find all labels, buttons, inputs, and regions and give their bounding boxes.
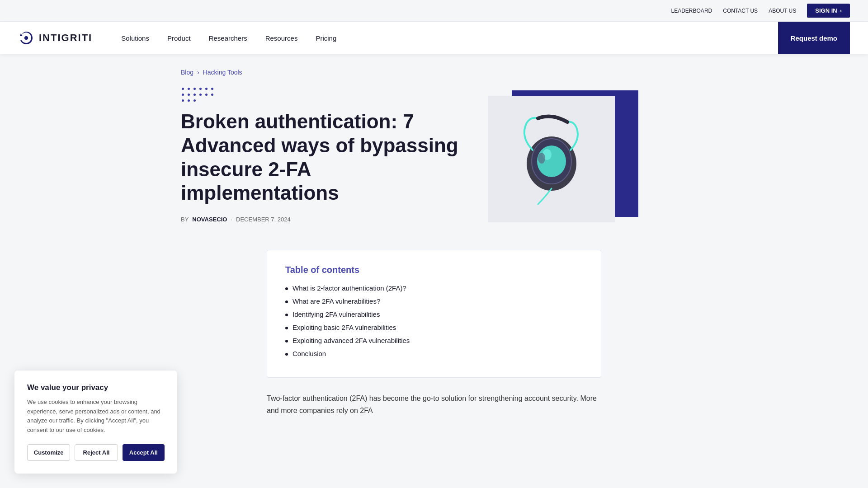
hero-section: Broken authentication: 7 Advanced ways o…	[181, 87, 687, 223]
hero-image-area	[488, 96, 633, 222]
toc-title: Table of contents	[285, 265, 583, 275]
toc-list-item: What are 2FA vulnerabilities?	[285, 297, 583, 305]
toc-link[interactable]: Identifying 2FA vulnerabilities	[292, 310, 380, 318]
toc-list-item: Identifying 2FA vulnerabilities	[285, 310, 583, 318]
meta-separator: ·	[231, 216, 232, 223]
svg-point-5	[538, 153, 545, 164]
toc-link[interactable]: Exploiting advanced 2FA vulnerabilities	[292, 337, 410, 344]
publish-date: DECEMBER 7, 2024	[236, 216, 291, 223]
nav-links: Solutions Product Researchers Resources …	[114, 31, 778, 46]
intigriti-logo-icon	[18, 30, 34, 46]
article-title: Broken authentication: 7 Advanced ways o…	[181, 110, 461, 205]
author-prefix: BY	[181, 216, 189, 223]
toc-list-item: Exploiting advanced 2FA vulnerabilities	[285, 337, 583, 344]
about-us-link[interactable]: ABOUT US	[769, 8, 796, 14]
nav-solutions[interactable]: Solutions	[114, 31, 156, 46]
breadcrumb-blog[interactable]: Blog	[181, 69, 193, 76]
toc-link[interactable]: What is 2-factor authentication (2FA)?	[292, 284, 406, 292]
logo-text: INTIGRITI	[39, 32, 92, 44]
cookie-buttons: Customize Reject All Accept All	[27, 444, 165, 450]
page-content: Blog › Hacking Tools Broken authenticati…	[163, 54, 705, 450]
main-nav: INTIGRITI Solutions Product Researchers …	[0, 22, 868, 54]
toc-list-item: Exploiting basic 2FA vulnerabilities	[285, 324, 583, 331]
article-hero-image	[502, 109, 601, 209]
cookie-title: We value your privacy	[27, 383, 165, 392]
nav-pricing[interactable]: Pricing	[308, 31, 344, 46]
toc-bullet	[285, 287, 288, 290]
toc-card: Table of contents What is 2-factor authe…	[267, 250, 601, 378]
cookie-text: We use cookies to enhance your browsing …	[27, 398, 165, 435]
nav-researchers[interactable]: Researchers	[202, 31, 255, 46]
toc-section: Table of contents What is 2-factor authe…	[267, 250, 601, 417]
request-demo-button[interactable]: Request demo	[778, 22, 850, 54]
nav-resources[interactable]: Resources	[258, 31, 305, 46]
cookie-banner: We value your privacy We use cookies to …	[14, 371, 177, 450]
logo-link[interactable]: INTIGRITI	[18, 30, 92, 46]
hero-text: Broken authentication: 7 Advanced ways o…	[181, 87, 461, 223]
toc-bullet	[285, 300, 288, 303]
accept-all-button[interactable]: Accept All	[123, 444, 165, 450]
svg-point-0	[24, 36, 28, 40]
toc-bullet	[285, 340, 288, 343]
breadcrumb: Blog › Hacking Tools	[181, 69, 687, 76]
nav-product[interactable]: Product	[160, 31, 198, 46]
article-meta: BY NOVASECIO · DECEMBER 7, 2024	[181, 216, 461, 223]
toc-link[interactable]: Exploiting basic 2FA vulnerabilities	[292, 324, 396, 331]
dots-decoration	[181, 87, 217, 103]
toc-link[interactable]: Conclusion	[292, 350, 326, 357]
author-name: NOVASECIO	[192, 216, 227, 223]
toc-link[interactable]: What are 2FA vulnerabilities?	[292, 297, 380, 305]
customize-button[interactable]: Customize	[27, 444, 70, 450]
breadcrumb-current: Hacking Tools	[203, 69, 242, 76]
toc-list-item: Conclusion	[285, 350, 583, 357]
toc-bullet	[285, 353, 288, 356]
top-bar: LEADERBOARD CONTACT US ABOUT US SIGN IN …	[0, 0, 868, 22]
toc-list-item: What is 2-factor authentication (2FA)?	[285, 284, 583, 292]
toc-list: What is 2-factor authentication (2FA)? W…	[285, 284, 583, 357]
contact-us-link[interactable]: CONTACT US	[723, 8, 758, 14]
reject-all-button[interactable]: Reject All	[75, 444, 118, 450]
sign-in-button[interactable]: SIGN IN ›	[807, 4, 850, 18]
toc-bullet	[285, 314, 288, 316]
breadcrumb-separator: ›	[197, 69, 199, 76]
toc-bullet	[285, 327, 288, 329]
leaderboard-link[interactable]: LEADERBOARD	[671, 8, 712, 14]
article-intro: Two-factor authentication (2FA) has beco…	[267, 392, 601, 417]
article-body: Two-factor authentication (2FA) has beco…	[267, 392, 601, 417]
hero-image-card	[488, 96, 615, 222]
